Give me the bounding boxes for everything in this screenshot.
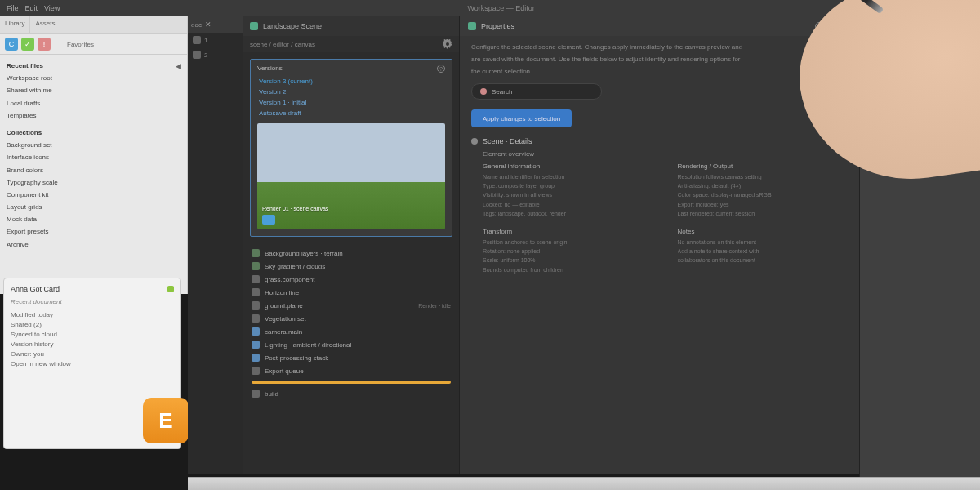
detail-heading: General information	[483, 163, 653, 170]
properties-title: Properties	[481, 22, 514, 30]
layer-icon	[252, 288, 260, 296]
layer-icon	[252, 314, 260, 323]
asset-row[interactable]: Lighting · ambient / directional	[243, 338, 459, 351]
sidebar-item[interactable]: Typography scale	[0, 176, 187, 189]
detail-line: collaborators on this document	[678, 256, 849, 265]
sidebar-item[interactable]: Brand colors	[0, 164, 187, 176]
version-item[interactable]: Version 1 · initial	[254, 97, 448, 108]
preview-thumbnail[interactable]: Render 01 · scene canvas	[257, 123, 445, 229]
square-icon	[193, 51, 201, 59]
document-icon	[250, 22, 258, 30]
globe-icon[interactable]	[815, 22, 823, 30]
detail-line: Anti-aliasing: default (4×)	[678, 181, 849, 190]
sidebar-item[interactable]: Export presets	[0, 225, 187, 238]
asset-row[interactable]: Export queue	[243, 364, 459, 377]
menu-file[interactable]: File	[7, 4, 19, 12]
asset-row[interactable]: grass.component	[243, 273, 459, 286]
asset-row[interactable]: Vegetation set	[243, 312, 459, 325]
version-item[interactable]: Version 2	[254, 87, 448, 97]
layer-icon	[252, 341, 260, 349]
window-minimize[interactable]: —	[942, 4, 950, 12]
sidebar-item[interactable]: Component kit	[0, 189, 187, 201]
taskbar	[188, 477, 980, 490]
gear-icon[interactable]	[443, 39, 452, 49]
detail-heading: Notes	[678, 228, 849, 235]
detail-line: Color space: display-managed sRGB	[678, 190, 849, 199]
detail-heading: Transform	[483, 228, 653, 235]
popup-line[interactable]: Open in new window	[11, 359, 174, 369]
sidebar-item[interactable]: Shared with me	[0, 84, 187, 96]
popup-line: Version history	[11, 340, 174, 350]
window-close[interactable]: ✕	[967, 4, 973, 12]
sidebar-item[interactable]: Archive	[0, 238, 187, 251]
detail-line: Export included: yes	[678, 200, 849, 209]
detail-line: Locked: no — editable	[483, 200, 653, 209]
chevron-icon[interactable]	[841, 138, 848, 145]
quick-create-icon[interactable]: C	[5, 38, 18, 51]
detail-line: Bounds computed from children	[483, 265, 653, 274]
sidebar-tab-assets[interactable]: Assets	[30, 16, 60, 33]
quick-favorites-label[interactable]: Favorites	[67, 41, 94, 48]
description-text: the current selection.	[471, 67, 848, 77]
collapse-icon[interactable]: ◀	[176, 62, 184, 70]
preview-panel: Versions ? Version 3 (current) Version 2…	[250, 59, 452, 237]
sidebar-item[interactable]: Layout grids	[0, 201, 187, 213]
detail-line: Tags: landscape, outdoor, render	[483, 209, 653, 218]
popup-subtitle: Recent document	[11, 298, 174, 305]
status-dot-icon	[167, 286, 174, 292]
document-popup: Anna Got Card Recent document Modified t…	[3, 278, 181, 449]
sidebar-item[interactable]: Interface icons	[0, 151, 187, 163]
version-item[interactable]: Autosave draft	[254, 108, 448, 118]
breadcrumb[interactable]: scene / editor / canvas	[250, 41, 315, 48]
sidebar: Library Assets C ✓ ! Favorites ◀ Recent …	[0, 16, 188, 294]
popup-line: Owner: you	[11, 350, 174, 359]
description-text: Configure the selected scene element. Ch…	[471, 42, 848, 52]
help-icon[interactable]: ?	[437, 65, 445, 73]
asset-row[interactable]: Post-processing stack	[243, 351, 459, 364]
layer-icon	[252, 354, 260, 362]
asset-row[interactable]: Sky gradient / clouds	[243, 260, 459, 273]
layer-icon	[252, 301, 260, 310]
layer-icon	[252, 275, 260, 283]
sidebar-item[interactable]: Templates	[0, 109, 187, 122]
detail-line: Visibility: shown in all views	[483, 190, 653, 199]
quick-check-icon[interactable]: ✓	[21, 38, 34, 51]
sidebar-tab-library[interactable]: Library	[0, 16, 30, 33]
description-text: are saved with the document. Use the fie…	[471, 55, 848, 65]
doc-tab[interactable]: doc	[191, 21, 202, 29]
asset-row[interactable]: Horizon line	[243, 286, 459, 299]
popup-line: Synced to cloud	[11, 330, 174, 340]
layer-icon	[252, 262, 260, 270]
version-item[interactable]: Version 3 (current)	[254, 76, 448, 87]
asset-list: Background layers · terrain Sky gradient…	[243, 243, 459, 403]
sidebar-item[interactable]: Local drafts	[0, 97, 187, 109]
mid-item[interactable]: 2	[188, 47, 243, 62]
close-tab-icon[interactable]: ✕	[205, 20, 212, 29]
sidebar-item[interactable]: Collections	[0, 127, 187, 139]
sidebar-item[interactable]: Recent files	[0, 60, 187, 72]
detail-line: Resolution follows canvas setting	[678, 172, 849, 181]
detail-line: Scale: uniform 100%	[483, 256, 653, 265]
actions-label[interactable]: Actions	[826, 22, 851, 30]
sidebar-item[interactable]: Mock data	[0, 213, 187, 225]
asset-row[interactable]: Background layers · terrain	[243, 247, 459, 260]
status-dot-icon	[480, 88, 487, 95]
asset-row[interactable]: build	[243, 387, 459, 400]
square-icon	[193, 36, 201, 44]
menu-view[interactable]: View	[44, 4, 60, 12]
inspector-strip	[859, 16, 980, 490]
apply-button[interactable]: Apply changes to selection	[471, 109, 572, 127]
mid-item[interactable]: 1	[188, 33, 243, 47]
properties-panel: Properties Actions Configure the selecte…	[459, 16, 859, 474]
window-maximize[interactable]: ▢	[955, 4, 962, 12]
editor-panel: Landscape Scene scene / editor / canvas …	[243, 16, 459, 474]
sidebar-item[interactable]: Background set	[0, 139, 187, 151]
quick-alerts-icon[interactable]: !	[38, 38, 51, 51]
menu-edit[interactable]: Edit	[25, 4, 38, 12]
layer-icon	[252, 249, 260, 257]
asset-row[interactable]: camera.main	[243, 325, 459, 338]
app-logo-icon[interactable]: E	[143, 398, 189, 443]
search-input[interactable]: Search	[471, 83, 602, 100]
sidebar-item[interactable]: Workspace root	[0, 72, 187, 84]
asset-row[interactable]: ground.planeRender · idle	[243, 299, 459, 312]
